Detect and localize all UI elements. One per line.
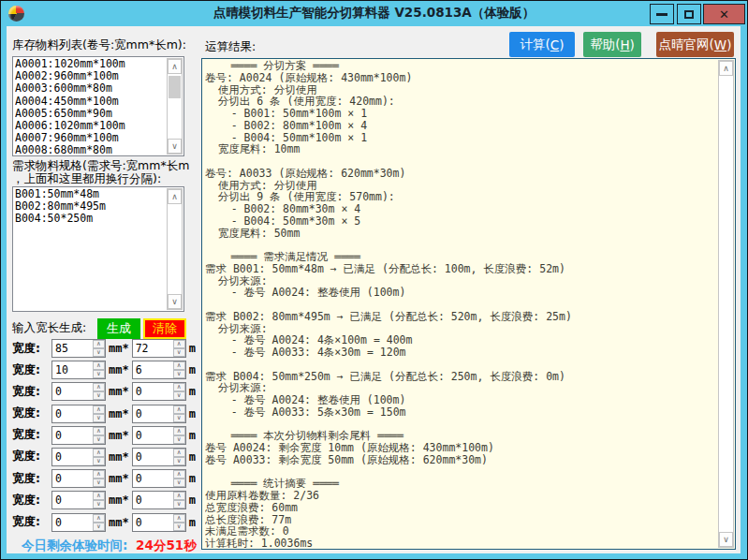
spin-up-icon[interactable]: ∧ [173, 427, 185, 435]
width-input[interactable] [52, 383, 93, 400]
spin-up-icon[interactable]: ∧ [173, 383, 185, 391]
length-spinner[interactable]: ∧∨ [132, 469, 186, 488]
spin-up-icon[interactable]: ∧ [173, 449, 185, 457]
length-spinner[interactable]: ∧∨ [132, 339, 186, 358]
length-spinner[interactable]: ∧∨ [132, 491, 186, 509]
spin-up-icon[interactable]: ∧ [93, 427, 105, 435]
width-spinner[interactable]: ∧∨ [51, 361, 106, 379]
button-mnemonic: H [620, 37, 629, 52]
width-input[interactable] [52, 470, 93, 487]
scroll-up-icon[interactable]: ∧ [168, 189, 182, 204]
spin-down-icon[interactable]: ∨ [173, 457, 185, 465]
spin-down-icon[interactable]: ∨ [93, 479, 105, 487]
spin-down-icon[interactable]: ∨ [93, 414, 105, 422]
width-input[interactable] [52, 514, 93, 531]
length-input[interactable] [133, 427, 173, 444]
width-input[interactable] [52, 492, 93, 508]
spin-up-icon[interactable]: ∧ [93, 514, 105, 523]
length-input[interactable] [133, 405, 173, 422]
spin-down-icon[interactable]: ∨ [173, 523, 185, 531]
list-item[interactable]: A0008:680mm*80m [15, 144, 166, 155]
help-button[interactable]: 帮助(H) [583, 32, 641, 57]
length-input[interactable] [133, 470, 173, 487]
spin-up-icon[interactable]: ∧ [93, 361, 105, 370]
close-button[interactable]: ✕ [703, 4, 745, 24]
spin-down-icon[interactable]: ∨ [93, 435, 105, 444]
scroll-down-icon[interactable]: ∨ [719, 532, 733, 547]
width-input[interactable] [52, 405, 93, 422]
length-spinner[interactable]: ∧∨ [132, 361, 186, 379]
spin-up-icon[interactable]: ∧ [173, 361, 185, 370]
spin-down-icon[interactable]: ∨ [173, 370, 185, 378]
length-spinner[interactable]: ∧∨ [132, 382, 186, 401]
calculate-button[interactable]: 计算(C) [509, 32, 575, 57]
width-spinner[interactable]: ∧∨ [51, 382, 106, 401]
result-scrollbar[interactable]: ∧ ∨ [718, 60, 734, 548]
spin-up-icon[interactable]: ∧ [93, 383, 105, 391]
spin-up-icon[interactable]: ∧ [173, 405, 185, 414]
scroll-up-icon[interactable]: ∧ [168, 59, 182, 74]
spin-down-icon[interactable]: ∨ [173, 479, 185, 487]
width-spinner[interactable]: ∧∨ [51, 339, 106, 358]
spin-down-icon[interactable]: ∨ [173, 391, 185, 400]
length-spinner[interactable]: ∧∨ [132, 448, 186, 466]
demand-scrollbar[interactable]: ∧ ∨ [167, 188, 183, 310]
list-item[interactable]: A0003:600mm*80m [15, 82, 166, 95]
length-input[interactable] [133, 449, 173, 465]
width-spinner[interactable]: ∧∨ [51, 491, 106, 509]
titlebar[interactable]: 点晴模切料生产智能分切算料器 V25.0813A（体验版） ✕ [1, 1, 747, 26]
size-row: 宽度: ∧∨ mm* ∧∨ m [12, 469, 198, 488]
spin-up-icon[interactable]: ∧ [173, 340, 185, 348]
width-input[interactable] [52, 449, 93, 465]
spin-down-icon[interactable]: ∨ [93, 348, 105, 357]
length-spinner[interactable]: ∧∨ [132, 426, 186, 445]
scroll-up-icon[interactable]: ∧ [719, 61, 733, 76]
maximize-button[interactable] [677, 4, 701, 24]
result-output-box[interactable]: ════ 分切方案 ════ 卷号: A0024 (原始规格: 430mm*10… [201, 58, 736, 550]
spin-up-icon[interactable]: ∧ [173, 470, 185, 479]
spin-up-icon[interactable]: ∧ [93, 470, 105, 479]
minimize-button[interactable] [650, 4, 674, 24]
width-spinner[interactable]: ∧∨ [51, 426, 106, 445]
width-spinner[interactable]: ∧∨ [51, 405, 106, 423]
spin-down-icon[interactable]: ∨ [173, 500, 185, 508]
list-item[interactable]: B004:50*250m [15, 213, 166, 225]
length-spinner[interactable]: ∧∨ [132, 513, 186, 532]
official-site-button[interactable]: 点晴官网(W) [656, 32, 734, 57]
spin-up-icon[interactable]: ∧ [93, 340, 105, 348]
length-input[interactable] [133, 514, 173, 531]
length-input[interactable] [133, 340, 173, 357]
spin-down-icon[interactable]: ∨ [173, 414, 185, 422]
width-spinner[interactable]: ∧∨ [51, 469, 106, 488]
spin-down-icon[interactable]: ∨ [173, 348, 185, 357]
spin-down-icon[interactable]: ∨ [93, 457, 105, 465]
length-input[interactable] [133, 361, 173, 378]
spin-up-icon[interactable]: ∧ [93, 405, 105, 414]
scroll-down-icon[interactable]: ∨ [168, 294, 182, 309]
width-input[interactable] [52, 361, 93, 378]
stock-list-box[interactable]: A0001:1020mm*100m A0002:960mm*100m A0003… [12, 56, 184, 156]
length-spinner[interactable]: ∧∨ [132, 405, 186, 423]
spin-down-icon[interactable]: ∨ [93, 523, 105, 531]
stock-scrollbar[interactable]: ∧ ∨ [167, 58, 183, 155]
spin-up-icon[interactable]: ∧ [93, 492, 105, 500]
spin-up-icon[interactable]: ∧ [173, 514, 185, 523]
spin-up-icon[interactable]: ∧ [173, 492, 185, 500]
spin-down-icon[interactable]: ∨ [93, 500, 105, 508]
spin-down-icon[interactable]: ∨ [93, 391, 105, 400]
length-input[interactable] [133, 383, 173, 400]
spin-up-icon[interactable]: ∧ [93, 449, 105, 457]
width-input[interactable] [52, 427, 93, 444]
spin-down-icon[interactable]: ∨ [173, 435, 185, 444]
clear-button[interactable]: 清除 [143, 318, 186, 339]
spin-down-icon[interactable]: ∨ [93, 370, 105, 378]
scrollbar-thumb[interactable] [169, 76, 181, 98]
list-item[interactable]: A0004:450mm*100m [15, 96, 166, 108]
generate-button[interactable]: 生成 [97, 318, 140, 339]
width-spinner[interactable]: ∧∨ [51, 513, 106, 532]
scroll-down-icon[interactable]: ∨ [168, 139, 182, 154]
demand-input-box[interactable]: B001:50mm*48m B002:80mm*495m B004:50*250… [12, 186, 184, 312]
width-spinner[interactable]: ∧∨ [51, 448, 106, 466]
length-input[interactable] [133, 492, 173, 508]
width-input[interactable] [52, 340, 93, 357]
